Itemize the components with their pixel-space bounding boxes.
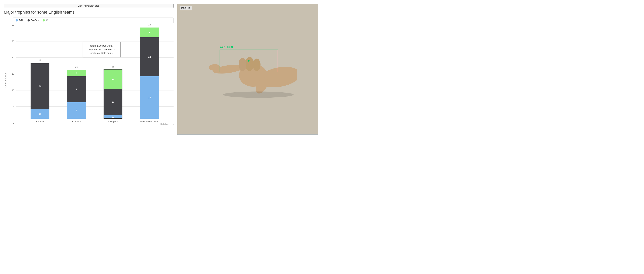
total-man-united: 28 xyxy=(148,23,151,26)
legend-bpl[interactable]: BPL xyxy=(16,19,24,22)
y-tick-5: 5 xyxy=(13,105,14,108)
chart-content: 30 25 20 15 10 5 0 xyxy=(8,25,174,135)
y-tick-0: 0 xyxy=(13,122,14,124)
stacked-bar-chelsea: 15 5 8 2 xyxy=(67,70,86,119)
detection-label: 0.97 | point xyxy=(220,45,233,48)
stacked-bar-man-united: 28 13 12 3 xyxy=(140,27,159,119)
stacked-bar-arsenal: 17 3 14 xyxy=(30,63,50,119)
bar-group-man-united[interactable]: 28 13 12 3 Manchester United xyxy=(140,27,159,123)
main-container: Enter navigation area Major trophies for… xyxy=(0,0,322,137)
bar-label-liverpool: Liverpool xyxy=(108,120,118,123)
y-axis-label: Count trophies xyxy=(4,25,8,135)
segment-chelsea-facup: 8 xyxy=(67,76,86,102)
svg-point-8 xyxy=(223,92,294,98)
total-liverpool: 15 xyxy=(112,65,114,68)
grid-line-0 xyxy=(16,123,174,123)
segment-liverpool-cl: 6 xyxy=(104,69,122,89)
legend-cl[interactable]: CL xyxy=(43,19,49,22)
legend-cl-label: CL xyxy=(46,19,49,22)
stacked-bar-liverpool: 15 1 8 6 xyxy=(104,69,122,119)
detection-box: 0.97 | point xyxy=(220,49,278,72)
bar-group-chelsea[interactable]: 15 5 8 2 Chelsea xyxy=(67,70,86,123)
segment-liverpool-bpl: 1 xyxy=(104,115,122,118)
bar-group-arsenal[interactable]: 17 3 14 Arsenal xyxy=(30,63,50,123)
chart-section: Enter navigation area Major trophies for… xyxy=(4,4,174,135)
bars-area: 17 3 14 Arsenal xyxy=(16,25,174,123)
segment-liverpool-facup: 8 xyxy=(104,89,122,115)
grid-and-bars: 30 25 20 15 10 5 0 xyxy=(8,25,174,123)
segment-manunited-facup: 12 xyxy=(140,37,159,76)
total-arsenal: 17 xyxy=(39,59,41,62)
y-tick-30: 30 xyxy=(12,24,14,26)
bar-label-arsenal: Arsenal xyxy=(36,120,44,123)
segment-arsenal-facup: 14 xyxy=(30,63,50,109)
y-tick-20: 20 xyxy=(12,56,14,59)
segment-chelsea-bpl: 5 xyxy=(67,102,86,119)
segment-manunited-cl: 3 xyxy=(140,27,159,37)
video-section: FPS: 11 0.97 | point xyxy=(177,4,318,135)
y-ticks: 30 25 20 15 10 5 0 xyxy=(8,25,15,123)
bpl-dot xyxy=(16,19,18,21)
segment-manunited-bpl: 13 xyxy=(140,76,159,119)
y-tick-10: 10 xyxy=(12,89,14,91)
detection-dot xyxy=(248,60,250,62)
tooltip-text: team: Liverpool. total trophies: 15. con… xyxy=(89,44,115,54)
x-axis-line xyxy=(16,123,174,123)
bar-label-man-united: Manchester United xyxy=(140,120,159,123)
y-tick-15: 15 xyxy=(12,73,14,75)
legend-facup-label: FA Cup xyxy=(31,19,39,22)
segment-chelsea-cl: 2 xyxy=(67,70,86,76)
total-chelsea: 15 xyxy=(75,66,78,68)
segment-arsenal-bpl: 3 xyxy=(30,109,50,119)
facup-dot xyxy=(28,19,30,21)
cl-dot xyxy=(43,19,45,21)
highcharts-credit: Highcharts.com xyxy=(8,123,174,125)
bar-group-liverpool[interactable]: team: Liverpool. total trophies: 15. con… xyxy=(104,69,122,123)
chart-area: Count trophies 30 25 20 15 10 5 0 xyxy=(4,25,174,135)
legend-facup[interactable]: FA Cup xyxy=(28,19,39,22)
nav-button[interactable]: Enter navigation area xyxy=(4,4,174,8)
y-tick-25: 25 xyxy=(12,40,14,42)
chart-title: Major trophies for some English teams xyxy=(4,10,174,15)
chart-legend: BPL FA Cup CL xyxy=(13,17,174,23)
bar-label-chelsea: Chelsea xyxy=(72,120,80,123)
fps-badge: FPS: 11 xyxy=(180,6,192,10)
legend-bpl-label: BPL xyxy=(19,19,24,22)
tooltip: team: Liverpool. total trophies: 15. con… xyxy=(83,42,120,57)
